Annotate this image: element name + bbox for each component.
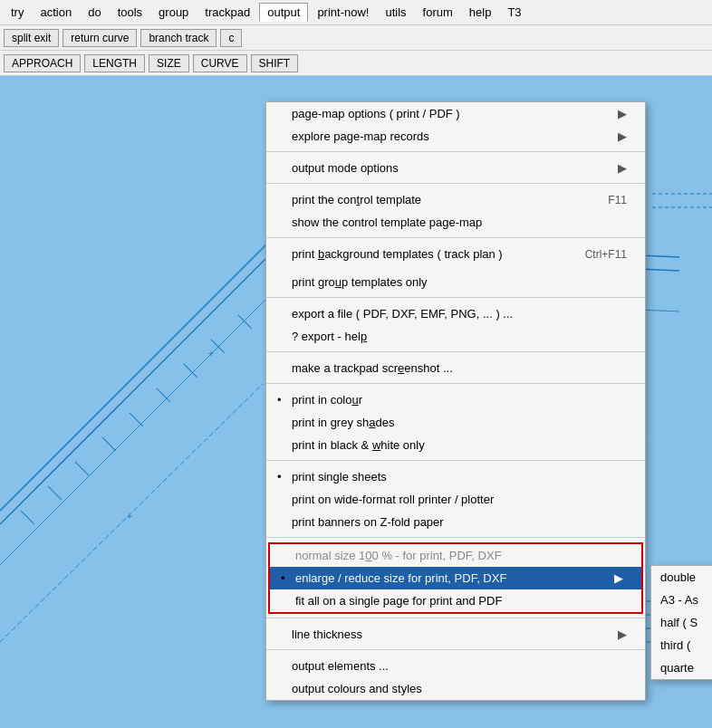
btn-split-exit[interactable]: split exit <box>4 29 59 47</box>
toolbar2: APPROACH LENGTH SIZE CURVE SHIFT <box>0 51 712 76</box>
item-show-control[interactable]: show the control template page-map <box>266 211 645 234</box>
btn-curve[interactable]: CURVE <box>193 54 247 72</box>
item-print-control[interactable]: print the control template F11 <box>266 188 645 211</box>
menu-forum[interactable]: forum <box>416 4 460 21</box>
submenu-third[interactable]: third ( <box>651 634 712 656</box>
item-print-wide-label: print on wide-format roll printer / plot… <box>292 493 494 506</box>
menu-utils[interactable]: utils <box>378 4 413 21</box>
submenu-half[interactable]: half ( S <box>651 611 712 634</box>
btn-c[interactable]: c <box>220 29 242 47</box>
print-bg-shortcut: Ctrl+F11 <box>585 248 627 261</box>
item-print-colour[interactable]: print in colour <box>266 388 645 411</box>
menu-tools[interactable]: tools <box>111 4 149 21</box>
item-output-colours-label: output colours and styles <box>292 682 422 695</box>
submenu-double[interactable]: double <box>651 566 712 589</box>
btn-shift[interactable]: SHIFT <box>251 54 299 72</box>
item-output-mode[interactable]: output mode options ▶ <box>266 157 645 179</box>
submenu-third-label: third ( <box>660 638 690 652</box>
item-show-control-label: show the control template page-map <box>292 216 482 229</box>
menu-output[interactable]: output <box>259 3 308 22</box>
item-fit-single-label: fit all on a single page for print and P… <box>295 594 502 608</box>
canvas-area: + + page-map options ( print / PDF ) ▶ e… <box>0 76 712 728</box>
item-line-thickness[interactable]: line thickness ▶ <box>266 623 645 646</box>
item-print-grey-label: print in grey shades <box>292 416 394 429</box>
btn-size[interactable]: SIZE <box>149 54 189 72</box>
item-print-colour-label: print in colour <box>292 393 362 407</box>
item-print-control-label: print the control template <box>292 193 421 206</box>
highlight-group: normal size 100 % - for print, PDF, DXF … <box>268 542 643 614</box>
submenu-a3-label: A3 - As <box>660 593 698 607</box>
item-print-wide[interactable]: print on wide-format roll printer / plot… <box>266 488 645 511</box>
item-pagemap-options[interactable]: page-map options ( print / PDF ) ▶ <box>266 102 645 125</box>
item-print-bg[interactable]: print background templates ( track plan … <box>266 243 645 265</box>
item-output-colours[interactable]: output colours and styles <box>266 677 645 700</box>
item-screenshot[interactable]: make a trackpad screenshot ... <box>266 357 645 379</box>
item-print-bw[interactable]: print in black & white only <box>266 434 645 456</box>
submenu-a3[interactable]: A3 - As <box>651 589 712 611</box>
item-print-banners[interactable]: print banners on Z-fold paper <box>266 511 645 533</box>
item-line-thickness-label: line thickness <box>292 627 362 641</box>
toolbar: split exit return curve branch track c <box>0 25 712 51</box>
menu-do[interactable]: do <box>81 4 108 21</box>
output-mode-arrow: ▶ <box>618 161 627 175</box>
enlarge-arrow: ▶ <box>614 571 623 585</box>
item-output-elements[interactable]: output elements ... <box>266 655 645 677</box>
item-print-group-label: print group templates only <box>292 275 428 289</box>
pagemap-records-arrow: ▶ <box>618 129 627 143</box>
item-print-banners-label: print banners on Z-fold paper <box>292 515 444 529</box>
output-menu[interactable]: page-map options ( print / PDF ) ▶ explo… <box>265 101 646 701</box>
item-export[interactable]: export a file ( PDF, DXF, EMF, PNG, ... … <box>266 302 645 325</box>
item-export-help[interactable]: ? export - help <box>266 325 645 348</box>
item-output-mode-label: output mode options <box>292 161 399 175</box>
menu-print-now[interactable]: print-now! <box>310 4 376 21</box>
item-enlarge[interactable]: enlarge / reduce size for print, PDF, DX… <box>270 567 641 589</box>
item-print-single-label: print single sheets <box>292 470 387 484</box>
item-print-grey[interactable]: print in grey shades <box>266 411 645 434</box>
item-print-bg-label: print background templates ( track plan … <box>292 247 503 261</box>
btn-approach[interactable]: APPROACH <box>4 54 81 72</box>
btn-return-curve[interactable]: return curve <box>63 29 137 47</box>
menu-trackpad[interactable]: trackpad <box>197 4 257 21</box>
pagemap-arrow: ▶ <box>618 107 627 120</box>
item-pagemap-options-label: page-map options ( print / PDF ) <box>292 107 460 120</box>
submenu-double-label: double <box>660 570 696 584</box>
item-print-bw-label: print in black & white only <box>292 438 425 452</box>
item-normal-size[interactable]: normal size 100 % - for print, PDF, DXF <box>270 544 641 567</box>
menu-try[interactable]: try <box>4 4 31 21</box>
submenu-quarter[interactable]: quarte <box>651 656 712 679</box>
item-export-help-label: ? export - help <box>292 330 367 343</box>
item-export-label: export a file ( PDF, DXF, EMF, PNG, ... … <box>292 307 513 321</box>
btn-length[interactable]: LENGTH <box>84 54 145 72</box>
item-fit-single[interactable]: fit all on a single page for print and P… <box>270 589 641 612</box>
line-thickness-arrow: ▶ <box>618 627 627 641</box>
menu-action[interactable]: action <box>33 4 79 21</box>
menu-t3[interactable]: T3 <box>500 4 528 21</box>
item-enlarge-label: enlarge / reduce size for print, PDF, DX… <box>295 571 506 585</box>
menu-group[interactable]: group <box>151 4 196 21</box>
print-control-shortcut: F11 <box>608 194 627 206</box>
enlarge-submenu[interactable]: double A3 - As half ( S third ( quarte <box>650 565 712 680</box>
submenu-quarter-label: quarte <box>660 661 694 675</box>
btn-branch-track[interactable]: branch track <box>140 29 216 47</box>
item-pagemap-records-label: explore page-map records <box>292 129 429 143</box>
item-normal-size-label: normal size 100 % - for print, PDF, DXF <box>295 549 502 562</box>
item-output-elements-label: output elements ... <box>292 659 389 673</box>
submenu-half-label: half ( S <box>660 616 698 629</box>
menubar: try action do tools group trackpad outpu… <box>0 0 712 25</box>
item-print-single[interactable]: print single sheets <box>266 465 645 488</box>
menu-help[interactable]: help <box>462 4 499 21</box>
item-screenshot-label: make a trackpad screenshot ... <box>292 361 453 375</box>
svg-text:+: + <box>208 349 214 359</box>
item-pagemap-records[interactable]: explore page-map records ▶ <box>266 125 645 148</box>
item-print-group[interactable]: print group templates only <box>266 271 645 293</box>
